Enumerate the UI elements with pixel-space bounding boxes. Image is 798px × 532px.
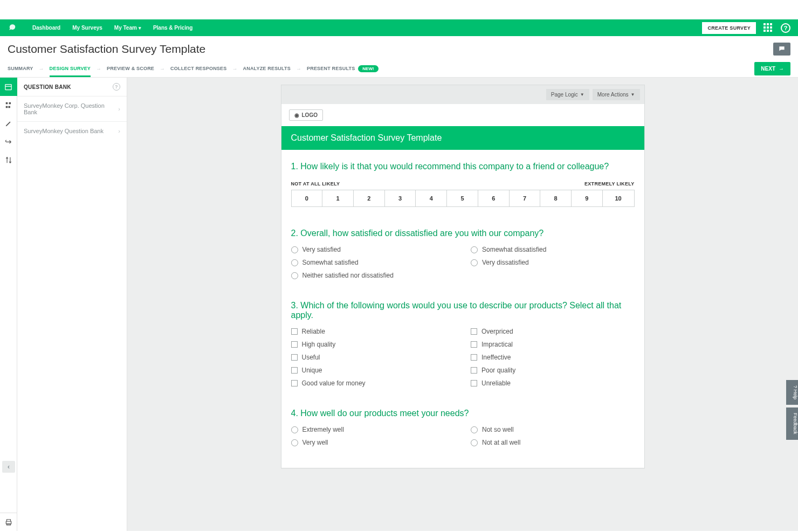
svg-rect-0 bbox=[5, 84, 11, 89]
rail-appearance-icon[interactable] bbox=[0, 114, 17, 133]
radio-option[interactable]: Very dissatisfied bbox=[471, 259, 635, 266]
checkbox-option[interactable]: Reliable bbox=[291, 328, 455, 335]
radio-option[interactable]: Very well bbox=[291, 439, 455, 446]
radio-icon bbox=[471, 439, 478, 446]
checkbox-icon bbox=[291, 328, 298, 335]
question-number: 3. bbox=[291, 301, 298, 310]
bank-item-default[interactable]: SurveyMonkey Question Bank › bbox=[17, 121, 127, 140]
create-survey-button[interactable]: CREATE SURVEY bbox=[702, 22, 756, 34]
checkbox-icon bbox=[471, 380, 477, 386]
checkbox-icon bbox=[291, 354, 298, 361]
question-text: Which of the following words would you u… bbox=[291, 301, 622, 320]
nps-cell[interactable]: 7 bbox=[510, 190, 541, 206]
radio-icon bbox=[471, 246, 478, 253]
arrow-icon: → bbox=[160, 66, 165, 72]
help-icon[interactable]: ? bbox=[781, 23, 790, 33]
top-navbar: Dashboard My Surveys My Team▾ Plans & Pr… bbox=[0, 19, 798, 36]
question-4: 4. How well do our products meet your ne… bbox=[291, 409, 635, 446]
checkbox-icon bbox=[471, 354, 477, 361]
rail-print-icon[interactable] bbox=[0, 513, 17, 531]
checkbox-option[interactable]: Good value for money bbox=[291, 379, 455, 387]
comments-button[interactable] bbox=[773, 43, 790, 56]
checkbox-option[interactable]: Useful bbox=[291, 354, 455, 361]
radio-option[interactable]: Not so well bbox=[471, 426, 635, 433]
survey-title-bar[interactable]: Customer Satisfaction Survey Template bbox=[281, 126, 644, 150]
nps-cell[interactable]: 2 bbox=[354, 190, 385, 206]
checkbox-option[interactable]: Unreliable bbox=[471, 379, 635, 387]
radio-option[interactable]: Somewhat satisfied bbox=[291, 259, 455, 266]
nav-plans-pricing[interactable]: Plans & Pricing bbox=[153, 25, 192, 31]
chevron-right-icon: › bbox=[118, 106, 120, 112]
nps-cell[interactable]: 4 bbox=[416, 190, 447, 206]
more-actions-button[interactable]: More Actions▼ bbox=[593, 89, 640, 100]
rail-builder-icon[interactable] bbox=[0, 96, 17, 114]
radio-option[interactable]: Neither satisfied nor dissatisfied bbox=[291, 272, 455, 279]
step-design-survey[interactable]: DESIGN SURVEY bbox=[50, 60, 91, 77]
arrow-icon: → bbox=[296, 66, 301, 72]
bank-item-label: SurveyMonkey Corp. Question Bank bbox=[24, 102, 118, 115]
nps-cell[interactable]: 5 bbox=[447, 190, 478, 206]
survey-card: Page Logic▼ More Actions▼ ◉ LOGO Custome… bbox=[281, 85, 645, 468]
nav-my-team[interactable]: My Team▾ bbox=[114, 25, 141, 31]
checkbox-icon bbox=[291, 380, 298, 386]
nav-dashboard[interactable]: Dashboard bbox=[32, 25, 60, 31]
radio-option[interactable]: Not at all well bbox=[471, 439, 635, 446]
radio-option[interactable]: Very satisfied bbox=[291, 246, 455, 253]
nps-right-label: EXTREMELY LIKELY bbox=[584, 181, 635, 186]
radio-icon bbox=[471, 426, 478, 433]
nps-cell[interactable]: 9 bbox=[572, 190, 603, 206]
step-present-results[interactable]: PRESENT RESULTS bbox=[307, 60, 355, 77]
nps-cell[interactable]: 6 bbox=[478, 190, 510, 206]
question-2: 2. Overall, how satisfied or dissatisfie… bbox=[291, 229, 635, 279]
info-icon[interactable]: ? bbox=[113, 83, 120, 91]
survey-canvas: Page Logic▼ More Actions▼ ◉ LOGO Custome… bbox=[127, 78, 798, 531]
step-analyze-results[interactable]: ANALYZE RESULTS bbox=[243, 60, 291, 77]
arrow-right-icon: → bbox=[779, 66, 784, 72]
rail-question-bank-icon[interactable] bbox=[0, 78, 17, 96]
nps-cell[interactable]: 1 bbox=[322, 190, 354, 206]
rail-options-icon[interactable] bbox=[0, 151, 17, 169]
question-text: How well do our products meet your needs… bbox=[300, 409, 469, 418]
add-logo-button[interactable]: ◉ LOGO bbox=[289, 109, 323, 121]
arrow-icon: → bbox=[39, 66, 44, 72]
brand-logo[interactable] bbox=[8, 23, 17, 33]
rail-logic-icon[interactable]: ↪ bbox=[0, 133, 17, 151]
nps-cell[interactable]: 8 bbox=[540, 190, 572, 206]
chevron-down-icon: ▼ bbox=[631, 92, 635, 97]
nps-cell[interactable]: 0 bbox=[292, 190, 323, 206]
arrow-icon: → bbox=[232, 66, 237, 72]
checkbox-option[interactable]: Poor quality bbox=[471, 367, 635, 374]
nav-my-surveys[interactable]: My Surveys bbox=[72, 25, 102, 31]
nps-cell[interactable]: 10 bbox=[603, 190, 634, 206]
nps-cell[interactable]: 3 bbox=[385, 190, 416, 206]
checkbox-option[interactable]: Unique bbox=[291, 367, 455, 374]
chevron-down-icon: ▼ bbox=[580, 92, 584, 97]
panel-heading: QUESTION BANK bbox=[24, 84, 71, 90]
step-collect-responses[interactable]: COLLECT RESPONSES bbox=[170, 60, 226, 77]
checkbox-option[interactable]: Impractical bbox=[471, 341, 635, 348]
chevron-down-icon: ▾ bbox=[139, 25, 141, 31]
step-summary[interactable]: SUMMARY bbox=[8, 60, 33, 77]
arrow-icon: → bbox=[96, 66, 101, 72]
apps-grid-icon[interactable] bbox=[763, 23, 773, 33]
step-preview-score[interactable]: PREVIEW & SCORE bbox=[107, 60, 154, 77]
radio-option[interactable]: Extremely well bbox=[291, 426, 455, 433]
question-3: 3. Which of the following words would yo… bbox=[291, 301, 635, 387]
checkbox-option[interactable]: High quality bbox=[291, 341, 455, 348]
radio-option[interactable]: Somewhat dissatisfied bbox=[471, 246, 635, 253]
workspace: ↪ QUESTION BANK ? SurveyMonkey Corp. Que… bbox=[0, 78, 798, 531]
checkbox-option[interactable]: Overpriced bbox=[471, 328, 635, 335]
bank-item-label: SurveyMonkey Question Bank bbox=[24, 128, 104, 134]
feedback-tab[interactable]: Feedback bbox=[786, 407, 798, 440]
radio-icon bbox=[471, 259, 478, 266]
new-badge: NEW! bbox=[358, 65, 378, 72]
help-tab[interactable]: ? Help bbox=[786, 380, 798, 405]
page-toolbar: Page Logic▼ More Actions▼ bbox=[281, 85, 644, 104]
collapse-sidebar-button[interactable]: ‹ bbox=[2, 461, 15, 473]
page-logic-button[interactable]: Page Logic▼ bbox=[546, 89, 589, 100]
checkbox-option[interactable]: Ineffective bbox=[471, 354, 635, 361]
chevron-right-icon: › bbox=[118, 128, 120, 134]
next-button[interactable]: NEXT→ bbox=[754, 62, 790, 75]
bank-item-corp[interactable]: SurveyMonkey Corp. Question Bank › bbox=[17, 96, 127, 121]
nps-scale: 0 1 2 3 4 5 6 7 8 9 10 bbox=[291, 190, 635, 207]
